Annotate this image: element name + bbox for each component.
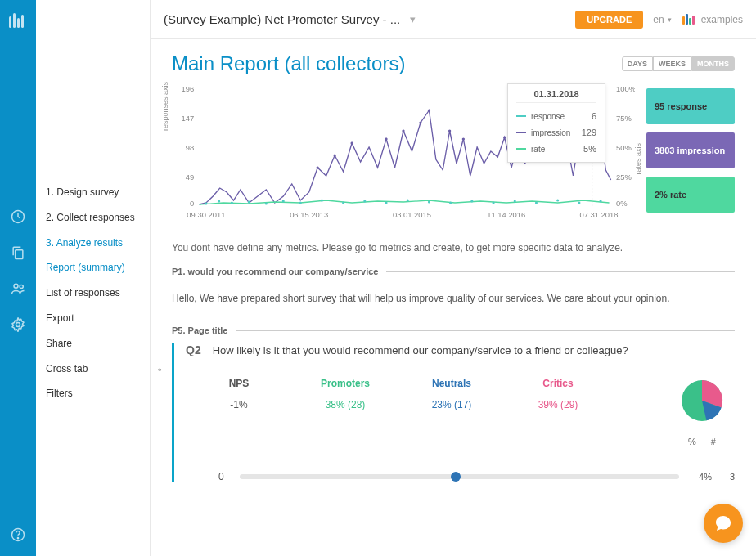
divider <box>386 271 735 272</box>
svg-text:50%: 50% <box>616 144 632 152</box>
svg-point-36 <box>428 109 430 111</box>
svg-point-59 <box>492 202 494 204</box>
rail-clock-icon[interactable] <box>0 199 36 235</box>
nps-pie-chart <box>679 378 725 424</box>
stat-card-impression[interactable]: 3803 impression <box>646 132 735 168</box>
svg-rect-3 <box>21 15 24 28</box>
svg-point-46 <box>231 202 233 204</box>
toggle-weeks[interactable]: WEEKS <box>653 56 691 71</box>
slider-start: 0 <box>218 471 228 482</box>
svg-text:03.01.2015: 03.01.2015 <box>393 211 431 219</box>
svg-text:0: 0 <box>190 200 194 208</box>
svg-text:147: 147 <box>182 114 195 123</box>
nav-item-collect[interactable]: 2. Collect responses <box>36 205 150 231</box>
svg-point-49 <box>282 200 285 203</box>
svg-point-53 <box>363 200 366 203</box>
col-cnt: # <box>711 437 716 446</box>
nav-item-analyze[interactable]: 3. Analyze results <box>36 231 150 256</box>
svg-point-44 <box>205 203 207 205</box>
rail-users-icon[interactable] <box>0 271 36 307</box>
svg-point-54 <box>385 202 387 204</box>
nps-val-neutrals: 23% (17) <box>398 399 505 410</box>
rail-help-icon[interactable] <box>0 517 36 553</box>
nps-col-critics: Critics <box>505 378 611 389</box>
toggle-days[interactable]: DAYS <box>622 56 653 71</box>
svg-point-10 <box>17 538 18 539</box>
svg-point-51 <box>321 200 323 202</box>
svg-text:98: 98 <box>186 144 194 152</box>
report-title: Main Report (all collectors) <box>172 52 405 75</box>
tooltip-date: 01.31.2018 <box>516 89 596 103</box>
nav-item-list[interactable]: List of responses <box>36 280 150 306</box>
rail-copy-icon[interactable] <box>0 235 36 271</box>
upgrade-button[interactable]: UPGRADE <box>575 11 643 29</box>
question-q2: * Q2 How likely is it that you would rec… <box>172 343 735 482</box>
language-selector[interactable]: en ▾ <box>653 14 671 25</box>
y-axis-left-label: responses axis <box>161 82 169 131</box>
svg-rect-12 <box>686 14 688 25</box>
svg-text:06.15.2013: 06.15.2013 <box>290 211 328 219</box>
svg-text:25%: 25% <box>616 173 632 182</box>
svg-point-57 <box>449 202 452 204</box>
rail-settings-icon[interactable] <box>0 307 36 343</box>
svg-point-64 <box>600 200 602 203</box>
svg-point-52 <box>342 202 344 204</box>
dropdown-caret-icon[interactable]: ▾ <box>410 13 416 25</box>
user-menu[interactable]: examples <box>682 12 743 27</box>
svg-point-60 <box>514 200 516 203</box>
svg-rect-5 <box>16 250 23 259</box>
col-pct: % <box>688 437 696 446</box>
nps-col-neutrals: Neutrals <box>398 378 505 389</box>
svg-point-30 <box>317 166 319 168</box>
svg-rect-1 <box>13 13 16 28</box>
app-logo[interactable] <box>7 10 29 35</box>
svg-point-38 <box>462 137 465 140</box>
nav-item-export[interactable]: Export <box>36 306 150 331</box>
stat-card-response[interactable]: 95 response <box>646 88 735 124</box>
section-p1-body: Hello, We have prepared short survey tha… <box>172 291 735 306</box>
nav-item-report[interactable]: Report (summary) <box>36 255 150 280</box>
svg-rect-13 <box>689 18 691 25</box>
svg-point-7 <box>20 285 23 288</box>
svg-text:07.31.2018: 07.31.2018 <box>579 211 618 219</box>
svg-point-62 <box>556 200 559 202</box>
toggle-months[interactable]: MONTHS <box>691 56 735 71</box>
chat-fab[interactable] <box>704 504 743 543</box>
timeseries-chart[interactable]: responses axis rates axis 196 147 98 49 … <box>172 82 635 221</box>
nav-item-filters[interactable]: Filters <box>36 381 150 406</box>
svg-point-61 <box>535 202 538 204</box>
nav-item-design[interactable]: 1. Design survey <box>36 180 150 205</box>
svg-point-55 <box>407 200 409 202</box>
nps-slider[interactable] <box>240 474 679 479</box>
svg-text:100%: 100% <box>616 85 635 93</box>
app-rail <box>0 0 36 556</box>
svg-text:11.14.2016: 11.14.2016 <box>487 211 525 219</box>
topbar: (Survey Example) Net Promoter Survey - .… <box>151 0 756 39</box>
svg-point-8 <box>16 323 20 327</box>
svg-point-39 <box>503 136 506 138</box>
svg-point-58 <box>470 200 473 203</box>
svg-point-6 <box>14 284 18 288</box>
svg-point-48 <box>265 203 268 205</box>
nav-item-share[interactable]: Share <box>36 331 150 356</box>
svg-rect-0 <box>9 16 11 28</box>
nav-item-crosstab[interactable]: Cross tab <box>36 356 150 382</box>
svg-text:49: 49 <box>186 173 194 182</box>
survey-title[interactable]: (Survey Example) Net Promoter Survey - .… <box>164 12 400 26</box>
nps-val-nps: -1% <box>186 399 292 410</box>
svg-point-63 <box>578 202 580 204</box>
svg-text:196: 196 <box>182 85 195 93</box>
svg-point-33 <box>385 137 387 140</box>
svg-point-45 <box>218 200 220 203</box>
nps-val-promoters: 38% (28) <box>292 399 398 410</box>
svg-point-32 <box>350 141 353 144</box>
slider-pct: 4% <box>691 472 712 482</box>
section-p5-label: P5. Page title <box>172 325 227 335</box>
svg-point-56 <box>428 201 430 204</box>
slider-thumb[interactable] <box>451 472 461 482</box>
svg-rect-11 <box>682 16 685 25</box>
stat-card-rate[interactable]: 2% rate <box>646 177 735 213</box>
nps-col-promoters: Promoters <box>292 378 398 389</box>
svg-rect-14 <box>692 16 695 25</box>
metrics-note: You dont have define any metrics. Please… <box>172 240 735 255</box>
